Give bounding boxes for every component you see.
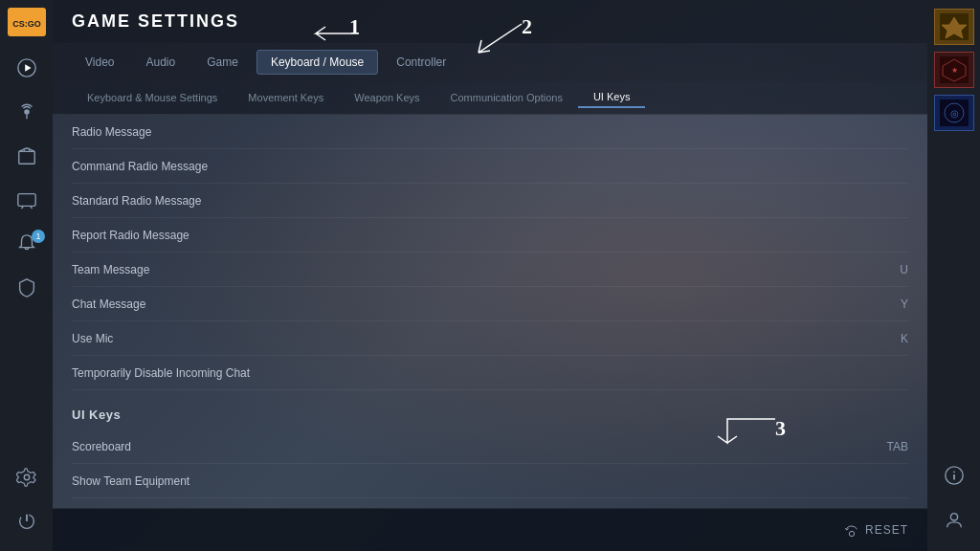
reset-button[interactable]: RESET — [844, 522, 908, 538]
main-area: GAME SETTINGS Video Audio Game Keyboard … — [53, 0, 927, 551]
sidebar-item-settings[interactable] — [0, 455, 53, 499]
right-panel-user[interactable] — [930, 498, 978, 541]
sidebar-item-inventory[interactable] — [0, 134, 53, 178]
sidebar-item-play[interactable] — [0, 46, 53, 90]
info-icon — [944, 465, 965, 486]
tab-controller[interactable]: Controller — [383, 51, 459, 74]
row-radio-message[interactable]: Radio Message — [72, 115, 908, 149]
content-area: Radio Message Command Radio Message Stan… — [53, 115, 927, 508]
svg-point-12 — [24, 474, 30, 480]
right-panel-badge-red[interactable]: ★ — [930, 48, 978, 91]
row-report-radio-message[interactable]: Report Radio Message — [72, 218, 908, 253]
section-header-ui-keys: UI Keys — [72, 390, 908, 430]
sidebar-item-shield[interactable] — [0, 266, 53, 310]
svg-point-26 — [950, 513, 957, 519]
svg-point-15 — [849, 531, 854, 536]
row-disable-incoming-chat[interactable]: Temporarily Disable Incoming Chat — [72, 356, 908, 390]
tab-video[interactable]: Video — [72, 51, 127, 74]
svg-point-4 — [24, 109, 30, 115]
right-panel: ★ ◎ — [927, 0, 980, 551]
row-standard-radio-message[interactable]: Standard Radio Message — [72, 184, 908, 218]
svg-rect-9 — [17, 194, 34, 207]
svg-text:★: ★ — [950, 66, 957, 75]
sidebar-power[interactable] — [0, 499, 53, 543]
settings-panel: Radio Message Command Radio Message Stan… — [53, 115, 927, 508]
row-show-team-equipment[interactable]: Show Team Equipment — [72, 464, 908, 498]
row-team-message[interactable]: Team Message U — [72, 253, 908, 287]
bottom-bar: RESET — [53, 508, 927, 551]
row-scoreboard[interactable]: Scoreboard TAB — [72, 430, 908, 464]
avatar-gold — [934, 9, 974, 45]
csgo-logo[interactable]: CS:GO — [8, 8, 46, 36]
subtab-ui-keys[interactable]: UI Keys — [578, 87, 646, 108]
sidebar-item-notifications[interactable]: 1 — [0, 222, 53, 266]
notification-badge: 1 — [32, 230, 45, 243]
row-command-radio-message[interactable]: Command Radio Message — [72, 149, 908, 184]
svg-point-25 — [953, 471, 955, 473]
svg-marker-3 — [25, 64, 31, 71]
subtab-keyboard-mouse-settings[interactable]: Keyboard & Mouse Settings — [72, 88, 233, 107]
right-panel-info[interactable] — [930, 453, 978, 496]
svg-text:◎: ◎ — [949, 108, 958, 119]
sidebar: CS:GO — [0, 0, 53, 551]
right-panel-badge-blue[interactable]: ◎ — [930, 91, 978, 134]
sub-tabs: Keyboard & Mouse Settings Movement Keys … — [53, 81, 927, 115]
sidebar-item-radio[interactable] — [0, 90, 53, 134]
subtab-weapon-keys[interactable]: Weapon Keys — [339, 88, 434, 107]
badge-red: ★ — [934, 52, 974, 88]
nav-tabs: Video Audio Game Keyboard / Mouse Contro… — [53, 43, 927, 81]
reset-icon — [844, 522, 859, 538]
row-call-vote[interactable]: Call Vote — [72, 498, 908, 508]
row-use-mic[interactable]: Use Mic K — [72, 321, 908, 356]
tab-game[interactable]: Game — [193, 51, 252, 74]
page-title: GAME SETTINGS — [72, 11, 239, 32]
user-icon — [944, 510, 965, 531]
svg-text:CS:GO: CS:GO — [12, 19, 41, 29]
subtab-movement-keys[interactable]: Movement Keys — [233, 88, 339, 107]
reset-label: RESET — [865, 523, 908, 537]
tab-keyboard-mouse[interactable]: Keyboard / Mouse — [256, 50, 378, 75]
right-panel-bottom — [930, 453, 978, 546]
badge-blue: ◎ — [934, 95, 974, 131]
top-bar: GAME SETTINGS — [53, 0, 927, 43]
tab-audio[interactable]: Audio — [132, 51, 189, 74]
subtab-communication-options[interactable]: Communication Options — [435, 88, 578, 107]
right-panel-avatar-gold[interactable] — [930, 5, 978, 48]
sidebar-item-watch[interactable] — [0, 178, 53, 222]
svg-rect-6 — [18, 151, 34, 164]
row-chat-message[interactable]: Chat Message Y — [72, 287, 908, 321]
